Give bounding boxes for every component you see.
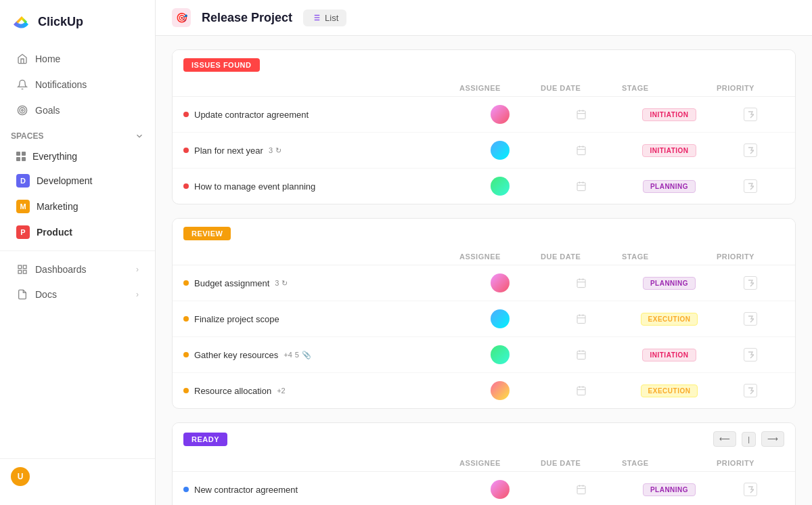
table-row[interactable]: Gather key resources +45📎 INITIATION [173,337,795,373]
col-stage: STAGE [622,84,717,92]
col-due-date: DUE DATE [541,459,622,467]
avatar [491,480,510,499]
stage-cell[interactable]: INITIATION [622,108,717,121]
table-row[interactable]: New contractor agreement PLANNING [173,472,795,505]
due-date-cell[interactable] [541,481,622,498]
toolbar-btn-3[interactable]: ⟶ [761,431,784,447]
toolbar-btn-2[interactable]: | [742,432,756,447]
stage-cell[interactable]: PLANNING [622,180,717,193]
list-view-tab[interactable]: List [303,9,346,26]
nav-item-dashboards[interactable]: Dashboards › [5,257,150,282]
assignee-cell [459,273,541,292]
nav-item-notifications[interactable]: Notifications [5,72,150,97]
priority-cell [717,179,784,193]
product-label: Product [37,227,72,238]
task-name: How to manage event planning [183,181,459,192]
task-title: Plan for next year [194,146,263,156]
table-row[interactable]: Resource allocation +2 EXECUTION [173,373,795,408]
task-meta-count: +2 [277,387,286,395]
table-row[interactable]: Finalize project scope EXECUTION [173,301,795,337]
assignee-cell [459,177,541,196]
avatar [491,381,510,400]
stage-cell[interactable]: PLANNING [622,483,717,496]
task-title: Gather key resources [194,350,278,360]
task-meta-count: 3 [269,146,273,154]
assignee-cell [459,381,541,400]
col-name [183,84,459,92]
section-badge: READY [183,433,227,446]
priority-cell [717,483,784,496]
col-assignee: ASSIGNEE [459,252,541,261]
task-meta: +45📎 [284,351,311,359]
toolbar-btn-1[interactable]: ⟵ [713,431,736,447]
avatar [491,273,510,292]
user-avatar[interactable]: U [11,467,30,486]
table-row[interactable]: How to manage event planning PLANNING [173,169,795,204]
avatar [491,105,510,124]
stage-cell[interactable]: PLANNING [622,277,717,290]
stage-cell[interactable]: INITIATION [622,349,717,361]
spaces-header: Spaces [0,123,155,145]
task-dot [183,280,189,286]
assignee-cell [459,480,541,499]
space-item-product[interactable]: P Product [5,220,150,244]
paperclip-icon: 📎 [302,351,311,359]
table-row[interactable]: Update contractor agreement INITIATION [173,97,795,133]
dashboards-icon [16,263,28,276]
assignee-cell [459,105,541,124]
chevron-down-icon[interactable] [135,131,144,141]
nav-item-docs[interactable]: Docs › [5,282,150,307]
svg-point-1 [20,108,25,113]
svg-rect-41 [577,486,585,494]
stage-cell[interactable]: INITIATION [622,144,717,157]
grid-icon [16,152,26,161]
docs-chevron-icon: › [136,290,139,299]
task-meta: 3↻ [275,279,288,288]
clickup-logo-icon [11,11,32,32]
docs-label: Docs [35,289,57,300]
due-date-cell[interactable] [541,275,622,291]
nav-home-label: Home [35,53,60,64]
col-assignee: ASSIGNEE [459,459,541,467]
nav-goals-label: Goals [35,105,60,116]
due-date-cell[interactable] [541,311,622,327]
assignee-cell [459,141,541,160]
task-title: Resource allocation [194,386,271,396]
column-headers: ASSIGNEE DUE DATE STAGE PRIORITY [173,455,795,472]
priority-cell [717,348,784,361]
task-meta: +2 [277,387,286,395]
tasks-content: ISSUES FOUND ASSIGNEE DUE DATE STAGE PRI… [156,36,812,505]
avatar [491,309,510,328]
space-item-marketing[interactable]: M Marketing [5,194,150,219]
priority-icon [744,348,757,361]
task-name: Resource allocation +2 [183,386,459,396]
section-issues-found: ISSUES FOUND ASSIGNEE DUE DATE STAGE PRI… [172,49,796,204]
due-date-cell[interactable] [541,106,622,123]
calendar-icon [573,275,589,291]
due-date-cell[interactable] [541,142,622,158]
list-icon [311,13,321,22]
due-date-cell[interactable] [541,178,622,194]
svg-rect-3 [18,265,22,269]
col-assignee: ASSIGNEE [459,84,541,92]
nav-item-home[interactable]: Home [5,47,150,71]
stage-cell[interactable]: EXECUTION [622,313,717,326]
avatar [491,177,510,196]
table-row[interactable]: Plan for next year 3↻ INITIATION [173,133,795,169]
task-name: Finalize project scope [183,314,459,324]
space-item-development[interactable]: D Development [5,169,150,193]
svg-rect-37 [577,387,585,395]
due-date-cell[interactable] [541,347,622,363]
stage-cell[interactable]: EXECUTION [622,385,717,397]
nav-item-goals[interactable]: Goals [5,98,150,123]
col-stage: STAGE [622,252,717,261]
column-headers: ASSIGNEE DUE DATE STAGE PRIORITY [173,80,795,97]
due-date-cell[interactable] [541,382,622,399]
stage-badge: PLANNING [643,180,696,193]
table-row[interactable]: Budget assignment 3↻ PLANNING [173,265,795,301]
everything-label: Everything [32,151,77,162]
task-meta-count: 3 [275,279,279,287]
col-due-date: DUE DATE [541,84,622,92]
section-label-row: REVIEW [173,219,795,248]
everything-item[interactable]: Everything [5,146,150,167]
